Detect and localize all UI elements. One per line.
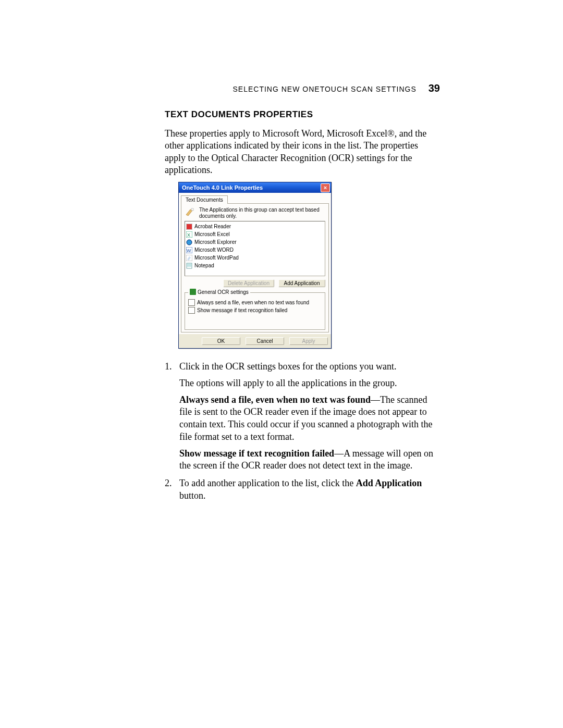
group-legend-text: General OCR settings xyxy=(198,289,249,295)
instruction-list: 1. Click in the OCR settings boxes for t… xyxy=(165,361,436,508)
step-text: button. xyxy=(179,490,206,501)
application-list[interactable]: Acrobat Reader XMicrosoft Excel Microsof… xyxy=(185,221,325,276)
checkbox-always-send[interactable] xyxy=(188,299,195,306)
step-text: To add another application to the list, … xyxy=(179,478,356,488)
link-properties-dialog: OneTouch 4.0 Link Properties × Text Docu… xyxy=(178,182,332,349)
step-number: 2. xyxy=(165,477,174,502)
step-subtext: The options will apply to all the applic… xyxy=(179,377,436,390)
general-ocr-settings-group: General OCR settings Always send a file,… xyxy=(185,292,325,330)
dialog-title: OneTouch 4.0 Link Properties xyxy=(182,184,263,191)
list-item: Microsoft WordPad xyxy=(186,254,324,262)
cancel-button[interactable]: Cancel xyxy=(246,337,284,345)
notepad-icon xyxy=(186,263,192,269)
page-number: 39 xyxy=(429,82,440,94)
svg-text:X: X xyxy=(187,232,190,238)
svg-point-5 xyxy=(187,240,192,245)
scanner-icon xyxy=(185,207,196,218)
option-name-bold: Show message if text recognition failed xyxy=(179,448,334,459)
step-number: 1. xyxy=(165,361,174,472)
word-icon: W xyxy=(186,247,192,253)
list-item: Acrobat Reader xyxy=(186,223,324,230)
delete-application-button: Delete Application xyxy=(223,279,274,287)
dialog-hint-text: The Applications in this group can accep… xyxy=(199,207,325,219)
excel-icon: X xyxy=(186,231,192,238)
checkbox-show-message[interactable] xyxy=(188,307,195,314)
ok-button[interactable]: OK xyxy=(202,337,240,345)
checkbox-label: Show message if text recognition failed xyxy=(197,307,287,313)
wordpad-icon xyxy=(186,255,192,261)
running-head-text: SELECTING NEW ONETOUCH SCAN SETTINGS xyxy=(233,85,417,93)
dialog-titlebar: OneTouch 4.0 Link Properties × xyxy=(179,182,331,193)
add-application-button[interactable]: Add Application xyxy=(278,279,325,287)
list-item: XMicrosoft Excel xyxy=(186,230,324,238)
ocr-group-icon xyxy=(190,289,196,295)
svg-rect-0 xyxy=(191,208,193,211)
apply-button: Apply xyxy=(289,337,328,345)
svg-text:W: W xyxy=(187,248,191,253)
tab-text-documents[interactable]: Text Documents xyxy=(181,195,228,204)
svg-rect-2 xyxy=(187,224,192,229)
list-item: Microsoft Explorer xyxy=(186,238,324,246)
checkbox-label: Always send a file, even when no text wa… xyxy=(197,300,309,305)
option-name-bold: Always send a file, even when no text wa… xyxy=(179,394,371,405)
list-item: Notepad xyxy=(186,262,324,269)
ie-icon xyxy=(186,239,192,245)
intro-paragraph: These properties apply to Microsoft Word… xyxy=(165,128,431,177)
close-icon[interactable]: × xyxy=(321,183,330,192)
pdf-icon xyxy=(186,224,192,230)
step-text: Click in the OCR settings boxes for the … xyxy=(179,361,436,373)
section-title: TEXT DOCUMENTS PROPERTIES xyxy=(165,109,313,120)
list-item: WMicrosoft WORD xyxy=(186,246,324,254)
running-header: SELECTING NEW ONETOUCH SCAN SETTINGS 39 xyxy=(233,82,440,94)
add-application-ref: Add Application xyxy=(356,478,422,488)
